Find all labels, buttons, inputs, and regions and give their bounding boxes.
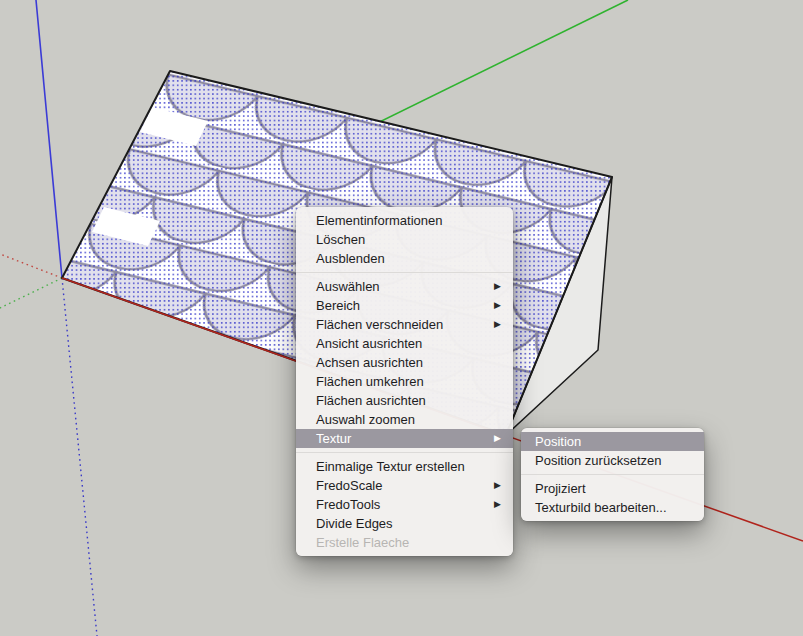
submenu-item-position-zuruecksetzen[interactable]: Position zurücksetzen bbox=[521, 451, 704, 470]
menu-separator bbox=[521, 474, 704, 475]
menu-item-ansicht-ausrichten[interactable]: Ansicht ausrichten bbox=[296, 334, 513, 353]
context-menu: Elementinformationen Löschen Ausblenden … bbox=[296, 207, 513, 556]
texture-submenu: Position Position zurücksetzen Projizier… bbox=[521, 428, 704, 521]
menu-item-ausblenden[interactable]: Ausblenden bbox=[296, 249, 513, 268]
menu-separator bbox=[296, 272, 513, 273]
menu-item-einmalige-textur-erstellen[interactable]: Einmalige Textur erstellen bbox=[296, 457, 513, 476]
menu-item-elementinformationen[interactable]: Elementinformationen bbox=[296, 211, 513, 230]
submenu-arrow-icon: ▶ bbox=[494, 495, 501, 514]
menu-item-auswahl-zoomen[interactable]: Auswahl zoomen bbox=[296, 410, 513, 429]
menu-item-flaechen-ausrichten[interactable]: Flächen ausrichten bbox=[296, 391, 513, 410]
blue-axis-dotted bbox=[62, 278, 97, 636]
submenu-item-position[interactable]: Position bbox=[521, 432, 704, 451]
menu-item-loeschen[interactable]: Löschen bbox=[296, 230, 513, 249]
menu-item-textur[interactable]: Textur▶ bbox=[296, 429, 513, 448]
menu-item-achsen-ausrichten[interactable]: Achsen ausrichten bbox=[296, 353, 513, 372]
menu-item-fredotools[interactable]: FredoTools▶ bbox=[296, 495, 513, 514]
menu-item-flaechen-umkehren[interactable]: Flächen umkehren bbox=[296, 372, 513, 391]
submenu-arrow-icon: ▶ bbox=[494, 315, 501, 334]
menu-item-bereich[interactable]: Bereich▶ bbox=[296, 296, 513, 315]
submenu-item-projiziert[interactable]: Projiziert bbox=[521, 479, 704, 498]
menu-item-flaechen-verschneiden[interactable]: Flächen verschneiden▶ bbox=[296, 315, 513, 334]
menu-item-fredoscale[interactable]: FredoScale▶ bbox=[296, 476, 513, 495]
menu-item-divide-edges[interactable]: Divide Edges bbox=[296, 514, 513, 533]
submenu-arrow-icon: ▶ bbox=[494, 277, 501, 296]
submenu-item-texturbild-bearbeiten[interactable]: Texturbild bearbeiten... bbox=[521, 498, 704, 517]
menu-item-auswaehlen[interactable]: Auswählen▶ bbox=[296, 277, 513, 296]
green-axis-dotted bbox=[0, 278, 62, 308]
submenu-arrow-icon: ▶ bbox=[494, 296, 501, 315]
red-axis-dotted bbox=[0, 254, 62, 278]
menu-separator bbox=[296, 452, 513, 453]
submenu-arrow-icon: ▶ bbox=[494, 476, 501, 495]
submenu-arrow-icon: ▶ bbox=[494, 429, 501, 448]
menu-item-erstelle-flaeche: Erstelle Flaeche bbox=[296, 533, 513, 552]
blue-axis bbox=[36, 0, 62, 278]
sketchup-viewport: Elementinformationen Löschen Ausblenden … bbox=[0, 0, 803, 636]
